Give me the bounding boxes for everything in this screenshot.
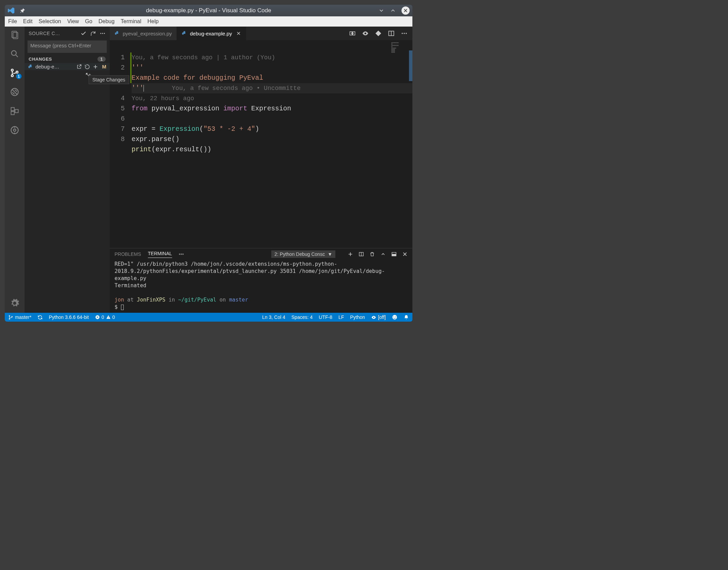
svg-point-34: [395, 317, 396, 317]
svg-rect-7: [11, 108, 14, 111]
svg-point-18: [352, 33, 353, 34]
menu-go[interactable]: Go: [85, 18, 92, 25]
stage-changes-tooltip: Stage Changes: [89, 75, 129, 84]
gitlens-activity-icon[interactable]: [10, 125, 19, 135]
explorer-activity-icon[interactable]: [10, 30, 19, 40]
minimap[interactable]: ████████████████████████████████████████…: [391, 42, 412, 76]
close-tab-icon[interactable]: [236, 31, 241, 36]
svg-point-22: [404, 33, 405, 34]
status-python[interactable]: Python 3.6.6 64-bit: [49, 314, 89, 320]
blame-annotation: You, 22 hours ago: [132, 95, 194, 102]
status-notifications-icon[interactable]: [404, 314, 409, 320]
svg-point-3: [11, 69, 13, 71]
status-branch[interactable]: master*: [8, 314, 31, 320]
debug-activity-icon[interactable]: [10, 87, 19, 97]
sidebar-title: SOURCE C…: [29, 31, 77, 36]
split-terminal-icon[interactable]: [359, 251, 364, 257]
svg-point-2: [12, 51, 16, 56]
status-eol[interactable]: LF: [338, 314, 344, 320]
maximize-panel-icon[interactable]: [380, 251, 386, 257]
tab-pyeval-expression[interactable]: pyeval_expression.py: [110, 27, 177, 40]
stage-changes-icon[interactable]: [93, 64, 98, 70]
dropdown-icon: ▼: [328, 251, 332, 257]
svg-point-21: [402, 33, 403, 34]
svg-point-19: [365, 33, 366, 34]
tab-label: debug-example.py: [190, 31, 232, 36]
tab-debug-example[interactable]: debug-example.py: [177, 27, 246, 40]
changes-count-badge: 1: [97, 57, 106, 62]
menu-view[interactable]: View: [67, 18, 79, 25]
python-file-icon: [182, 31, 187, 36]
status-encoding[interactable]: UTF-8: [319, 314, 332, 320]
svg-rect-9: [15, 109, 18, 112]
changed-file-name: debug-e…: [35, 64, 76, 70]
pin-icon[interactable]: [20, 7, 26, 14]
toggle-blame-icon[interactable]: [362, 30, 369, 37]
changes-section-header[interactable]: CHANGES 1: [25, 55, 110, 63]
activitybar: 1: [5, 27, 25, 313]
statusbar: master* Python 3.6.6 64-bit 0 0 Ln 3, Co…: [5, 313, 412, 322]
terminal-output[interactable]: RED=1" /usr/bin/python3 /home/jon/.vscod…: [110, 260, 412, 313]
tab-label: pyeval_expression.py: [123, 31, 172, 36]
line-number-gutter: 1 2 3 4 5 6 7 8: [110, 40, 130, 248]
vscode-window: debug-example.py - PyEval - Visual Studi…: [5, 5, 412, 322]
search-activity-icon[interactable]: [10, 49, 19, 59]
menu-terminal[interactable]: Terminal: [121, 18, 141, 25]
svg-point-32: [392, 315, 397, 319]
panel-tab-problems[interactable]: PROBLEMS: [115, 251, 141, 257]
split-editor-icon[interactable]: [388, 30, 395, 37]
scm-activity-icon[interactable]: 1: [10, 68, 19, 78]
python-file-icon: [28, 64, 33, 70]
svg-point-33: [393, 317, 394, 317]
discard-changes-icon[interactable]: [85, 64, 90, 70]
maximize-button[interactable]: [390, 7, 396, 14]
kill-terminal-icon[interactable]: [369, 251, 375, 257]
menu-selection[interactable]: Selection: [39, 18, 61, 25]
toggle-panel-icon[interactable]: [391, 251, 397, 257]
status-cursor[interactable]: Ln 3, Col 4: [262, 314, 285, 320]
minimap-slider[interactable]: [409, 50, 412, 81]
new-terminal-icon[interactable]: [348, 251, 353, 257]
menu-help[interactable]: Help: [148, 18, 159, 25]
svg-point-28: [9, 318, 10, 319]
status-language[interactable]: Python: [350, 314, 365, 320]
terminal-selector[interactable]: 2: Python Debug Consc▼: [271, 250, 335, 258]
panel-tab-terminal[interactable]: TERMINAL: [148, 251, 172, 258]
compare-changes-icon[interactable]: [349, 30, 356, 37]
editor-tab-bar: pyeval_expression.py debug-example.py: [110, 27, 412, 40]
code-editor[interactable]: 1 2 3 4 5 6 7 8 You, a few seconds ago |…: [110, 40, 412, 248]
status-coverage[interactable]: [off]: [371, 314, 386, 320]
changed-file-row[interactable]: debug-e… M Stage Changes ↖₊: [25, 63, 110, 70]
refresh-icon[interactable]: [90, 30, 96, 36]
menu-edit[interactable]: Edit: [23, 18, 33, 25]
close-button[interactable]: [401, 6, 410, 15]
svg-point-27: [9, 315, 10, 316]
menubar: File Edit Selection View Go Debug Termin…: [5, 16, 412, 27]
settings-activity-icon[interactable]: [10, 298, 19, 308]
editor-more-icon[interactable]: [401, 30, 408, 37]
status-sync-icon[interactable]: [37, 315, 43, 320]
open-file-icon[interactable]: [76, 64, 82, 70]
svg-point-14: [104, 33, 105, 34]
more-actions-icon[interactable]: [100, 30, 106, 36]
status-problems[interactable]: 0 0: [95, 314, 115, 320]
status-indent[interactable]: Spaces: 4: [291, 314, 313, 320]
menu-file[interactable]: File: [8, 18, 17, 25]
code-content[interactable]: You, a few seconds ago | 1 author (You) …: [132, 40, 412, 248]
svg-point-15: [30, 65, 30, 65]
svg-rect-8: [11, 111, 14, 114]
file-status-badge: M: [102, 64, 107, 70]
menu-debug[interactable]: Debug: [98, 18, 115, 25]
commit-message-input[interactable]: Message (press Ctrl+Enter: [27, 40, 107, 53]
svg-point-13: [102, 33, 103, 34]
open-changes-icon[interactable]: [375, 30, 382, 37]
minimize-button[interactable]: [378, 7, 384, 14]
bottom-panel: PROBLEMS TERMINAL ••• 2: Python Debug Co…: [110, 248, 412, 313]
status-feedback-icon[interactable]: [392, 314, 397, 320]
scm-badge: 1: [16, 74, 21, 79]
extensions-activity-icon[interactable]: [10, 106, 19, 116]
close-panel-icon[interactable]: [402, 251, 408, 257]
svg-point-4: [11, 75, 13, 77]
commit-check-icon[interactable]: [80, 30, 87, 36]
panel-tab-more-icon[interactable]: •••: [179, 251, 184, 257]
